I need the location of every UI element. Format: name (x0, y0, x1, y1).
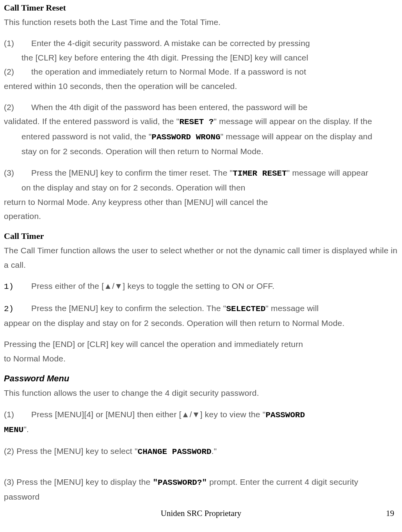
num-pm1: (1) (4, 409, 31, 420)
step-2-line2: validated. If the entered password is va… (4, 116, 398, 128)
text: keys to toggle the setting to ON or OFF. (125, 281, 274, 290)
ct-step-2-line1: 2)Press the [MENU] key to confirm the se… (4, 302, 398, 315)
step-2-line3: entered password is not valid, the "PASS… (21, 131, 398, 143)
text: entered password is not valid, the " (21, 132, 151, 141)
text: (3) Press the [MENU] key to display the (4, 477, 153, 486)
text: key to view the " (203, 410, 266, 419)
ct-note-1: Pressing the [END] or [CLR] key will can… (4, 338, 398, 350)
arrow-keys-icon: [▲/▼] (179, 410, 203, 419)
text: " message will appear (287, 168, 368, 177)
heading-call-timer-reset: Call Timer Reset (4, 3, 66, 12)
text: prompt. Enter the current 4 digit securi… (207, 477, 358, 486)
num-ct2: 2) (4, 303, 31, 315)
pm-step-2: (2) Press the [MENU] key to select "CHAN… (4, 445, 398, 458)
pm-step-3-line1: (3) Press the [MENU] key to display the … (4, 476, 398, 489)
pm-step-1-line1: (1)Press [MENU][4] or [MENU] then either… (4, 409, 398, 421)
msg-reset: RESET ? (179, 117, 213, 126)
step-1-line2: the [CLR] key before entering the 4th di… (21, 52, 398, 64)
pm-step-1-line2: MENU". (4, 423, 398, 436)
text: (2) Press the [MENU] key to select " (4, 447, 138, 455)
num-2a: (2) (4, 66, 31, 78)
text: validated. If the entered password is va… (4, 117, 179, 126)
arrow-keys-icon: [▲/▼] (101, 281, 125, 290)
text: the operation and immediately return to … (31, 67, 306, 76)
step-3-line4: operation. (4, 210, 398, 222)
text: ." (212, 447, 217, 455)
step-3-line2: on the display and stay on for 2 seconds… (21, 182, 398, 194)
text: When the 4th digit of the password has b… (31, 103, 308, 112)
text: " message will (265, 304, 318, 313)
msg-selected: SELECTED (226, 304, 266, 313)
heading-call-timer: Call Timer (4, 231, 44, 241)
msg-password-prompt: "PASSWORD?" (153, 478, 207, 487)
text: Press [MENU][4] or [MENU] then either (31, 410, 179, 419)
num-ct1: 1) (4, 281, 31, 293)
text: " message will appear on the display. If… (214, 117, 372, 126)
ct-step-1: 1)Press either of the [▲/▼] keys to togg… (4, 280, 398, 293)
text: Press either of the (31, 281, 101, 290)
step-3-line1: (3)Press the [MENU] key to confirm the t… (4, 167, 398, 180)
num-2: (2) (4, 101, 31, 113)
intro-reset: This function resets both the Last Time … (4, 16, 398, 28)
text: Press the [MENU] key to confirm the time… (31, 168, 233, 177)
num-1: (1) (4, 37, 31, 49)
step-1-line1: (1)Enter the 4-digit security password. … (4, 37, 398, 49)
step-2-line4: stay on for 2 seconds. Operation will th… (21, 146, 398, 157)
step-3-line3: return to Normal Mode. Any keypress othe… (4, 196, 398, 208)
footer-center: Uniden SRC Proprietary (8, 509, 394, 518)
text: Enter the 4-digit security password. A m… (31, 39, 310, 48)
msg-change-password: CHANGE PASSWORD (138, 447, 212, 456)
call-timer-intro-2: a call. (4, 259, 398, 271)
page-number: 19 (386, 509, 394, 518)
pm-step-3-line2: password (4, 491, 398, 503)
msg-password-wrong: PASSWORD WRONG (151, 133, 220, 142)
msg-menu: MENU (4, 425, 23, 434)
step-1-line3: (2)the operation and immediately return … (4, 66, 398, 78)
call-timer-intro-1: The Call Timer function allows the user … (4, 245, 398, 256)
ct-note-2: to Normal Mode. (4, 353, 398, 365)
heading-password-menu: Password Menu (4, 374, 69, 383)
msg-timer-reset: TIMER RESET (233, 169, 287, 178)
msg-password: PASSWORD (265, 411, 305, 420)
text: Press the [MENU] key to confirm the sele… (31, 304, 226, 313)
text: ". (23, 425, 29, 434)
ct-step-2-line2: appear on the display and stay on for 2 … (4, 317, 398, 329)
password-intro: This function allows the user to change … (4, 387, 398, 399)
step-1-line4: entered within 10 seconds, then the oper… (4, 80, 398, 92)
num-3: (3) (4, 167, 31, 179)
text: " message will appear on the display and (221, 132, 372, 141)
step-2-line1: (2)When the 4th digit of the password ha… (4, 101, 398, 113)
